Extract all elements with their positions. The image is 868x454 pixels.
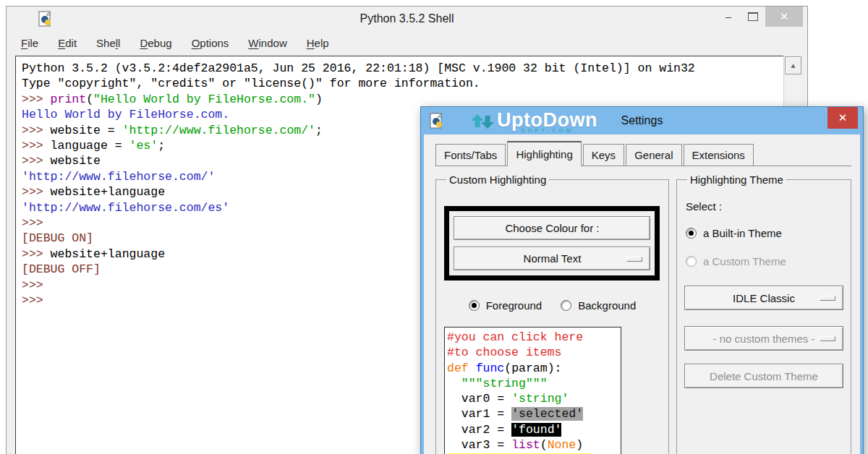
menu-options[interactable]: Options [192, 37, 229, 49]
menu-edit[interactable]: Edit [58, 37, 77, 49]
foreground-radio[interactable]: Foreground [469, 299, 542, 312]
minimize-icon: – [726, 11, 731, 22]
uptodown-watermark: UptoDown SOFT.COM [470, 110, 597, 134]
builtin-theme-radio[interactable]: a Built-in Theme [686, 227, 843, 239]
scroll-up-button[interactable]: ▲ [785, 56, 801, 74]
code-line: #you can click here [447, 330, 621, 345]
menu-file[interactable]: File [21, 37, 38, 49]
radio-checked-icon [469, 300, 480, 311]
menu-debug[interactable]: Debug [140, 37, 171, 49]
settings-titlebar: UptoDown SOFT.COM Settings ✕ [421, 107, 863, 134]
tab-general[interactable]: General [626, 144, 681, 166]
settings-dialog: UptoDown SOFT.COM Settings ✕ Fonts/TabsH… [420, 106, 864, 454]
maximize-icon [748, 12, 758, 21]
menu-help[interactable]: Help [307, 37, 329, 49]
window-controls: – ✕ [716, 7, 803, 27]
maximize-button[interactable] [741, 7, 765, 27]
close-button[interactable]: ✕ [765, 7, 803, 27]
tab-highlighting[interactable]: Highlighting [507, 141, 581, 166]
choose-colour-button[interactable]: Choose Colour for : [454, 216, 650, 240]
code-line: Python 3.5.2 (v3.5.2:4def2a2901a5, Jun 2… [22, 61, 783, 76]
custom-highlighting-legend: Custom Highlighting [446, 174, 549, 186]
highlighting-theme-group: Highlighting Theme Select : a Built-in T… [676, 174, 851, 454]
tab-keys[interactable]: Keys [583, 144, 624, 166]
menu-window[interactable]: Window [248, 37, 286, 49]
background-radio[interactable]: Background [561, 299, 636, 312]
dialog-close-icon: ✕ [838, 111, 848, 124]
highlight-preview-area[interactable]: #you can click here#to choose itemsdef f… [444, 327, 621, 454]
custom-theme-dropdown[interactable]: - no custom themes - [684, 326, 843, 351]
settings-body: Fonts/TabsHighlightingKeysGeneralExtensi… [424, 134, 860, 454]
window-title: Python 3.5.2 Shell [7, 12, 807, 25]
radio-disabled-icon [686, 256, 697, 267]
custom-theme-radio[interactable]: a Custom Theme [686, 255, 843, 267]
close-icon: ✕ [780, 10, 789, 23]
code-line: """string""" [447, 376, 621, 391]
scroll-up-icon: ▲ [790, 61, 797, 69]
highlight-target-frame: Choose Colour for : Normal Text [444, 206, 660, 280]
select-label: Select : [686, 200, 843, 213]
radio-checked-icon [686, 228, 697, 239]
code-line: >>> print("Hello World by FileHorse.com.… [22, 92, 783, 107]
dropdown-indicator-icon [820, 336, 835, 341]
tab-extensions[interactable]: Extensions [684, 144, 754, 166]
settings-tabs: Fonts/TabsHighlightingKeysGeneralExtensi… [435, 141, 851, 166]
dropdown-indicator-icon [626, 257, 642, 262]
screen: Python 3.5.2 Shell – ✕ FileEditShellDebu… [0, 0, 868, 454]
dropdown-indicator-icon [820, 296, 835, 301]
highlight-target-dropdown[interactable]: Normal Text [454, 247, 650, 270]
menu-bar: FileEditShellDebugOptionsWindowHelp [7, 31, 807, 54]
uptodown-logo-icon [470, 110, 495, 133]
radio-unchecked-icon [561, 300, 571, 311]
code-line: var3 = list(None) [447, 437, 621, 453]
custom-highlighting-group: Custom Highlighting Choose Colour for : … [435, 174, 669, 454]
code-line: var1 = 'selected' [447, 406, 621, 421]
tab-fonts-tabs[interactable]: Fonts/Tabs [435, 144, 506, 166]
code-line: var0 = 'string' [447, 391, 621, 406]
highlighting-theme-legend: Highlighting Theme [687, 174, 786, 186]
menu-shell[interactable]: Shell [96, 37, 120, 49]
code-line: #to choose items [447, 345, 621, 360]
code-line: var2 = 'found' [447, 422, 621, 437]
dialog-close-button[interactable]: ✕ [827, 107, 858, 129]
delete-custom-theme-button[interactable]: Delete Custom Theme [684, 364, 843, 388]
builtin-theme-dropdown[interactable]: IDLE Classic [684, 286, 843, 310]
minimize-button[interactable]: – [716, 7, 741, 27]
code-line: def func(param): [447, 361, 621, 376]
shell-titlebar: Python 3.5.2 Shell – ✕ [7, 7, 807, 31]
code-line: Type "copyright", "credits" or "license(… [22, 76, 783, 91]
uptodown-logo-subtext: SOFT.COM [521, 127, 574, 134]
